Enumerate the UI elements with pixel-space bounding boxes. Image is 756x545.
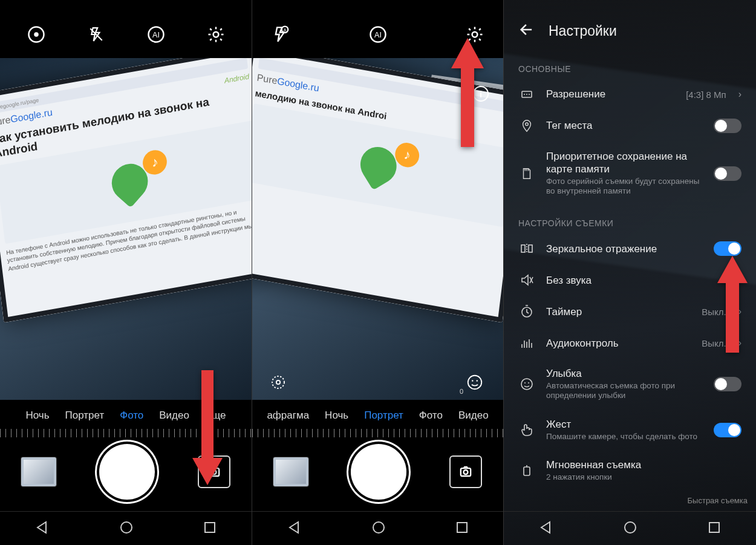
- timer-label: Таймер: [546, 305, 691, 318]
- nav-home-icon[interactable]: [623, 520, 637, 537]
- geotag-toggle[interactable]: [714, 119, 741, 133]
- nav-back-icon[interactable]: [287, 520, 302, 537]
- nav-home-icon[interactable]: [371, 520, 386, 537]
- beauty-level: 0: [460, 388, 463, 395]
- nav-recent-icon[interactable]: [203, 521, 217, 537]
- mute-label: Без звука: [546, 274, 741, 287]
- svg-point-1: [34, 32, 39, 37]
- svg-point-17: [472, 380, 474, 382]
- svg-rect-8: [205, 523, 215, 532]
- svg-point-15: [276, 380, 280, 384]
- shutter-button[interactable]: [99, 444, 155, 500]
- svg-text:A: A: [284, 28, 287, 32]
- chevron-right-icon: ›: [738, 89, 741, 100]
- sdcard-toggle[interactable]: [714, 166, 741, 181]
- annotation-arrow-3: [714, 253, 751, 358]
- svg-point-18: [477, 380, 478, 382]
- beauty-effect-icon[interactable]: 0: [466, 373, 486, 394]
- gallery-thumbnail[interactable]: [273, 457, 308, 486]
- row-sdcard[interactable]: Приоритетное сохранение на карте памяти …: [504, 142, 756, 205]
- gesture-toggle[interactable]: [714, 423, 741, 437]
- sdcard-icon: [518, 166, 535, 181]
- resolution-label: Разрешение: [546, 88, 675, 100]
- svg-point-32: [524, 382, 526, 383]
- location-icon: [518, 119, 535, 133]
- smile-subtitle: Автоматическая съемка фото при определен…: [546, 381, 703, 402]
- settings-title: Настройки: [549, 23, 617, 39]
- row-geotag[interactable]: Тег места: [504, 110, 756, 142]
- system-navbar: [252, 511, 503, 545]
- mode-aperture[interactable]: афрагма: [267, 410, 309, 422]
- svg-text:AI: AI: [152, 31, 160, 39]
- svg-point-14: [272, 376, 284, 388]
- svg-rect-34: [524, 467, 530, 475]
- svg-point-16: [468, 376, 482, 390]
- sdcard-subtitle: Фото серийной съемки будут сохранены во …: [546, 177, 703, 197]
- mode-ticks: [252, 429, 503, 437]
- resolution-value: [4:3] 8 Мп: [686, 90, 726, 100]
- section-shooting: НАСТРОЙКИ СЪЕМКИ: [504, 205, 756, 233]
- svg-point-25: [526, 94, 527, 95]
- mode-video[interactable]: Видео: [159, 410, 189, 422]
- gallery-thumbnail[interactable]: [21, 457, 56, 486]
- svg-point-27: [526, 123, 529, 126]
- camera-flip-button[interactable]: [449, 455, 482, 488]
- row-smile[interactable]: Улыбка Автоматическая съемка фото при оп…: [504, 359, 756, 410]
- audio-control-icon: [518, 336, 535, 350]
- sdcard-label: Приоритетное сохранение на карте памяти: [546, 150, 703, 176]
- nav-back-icon[interactable]: [539, 520, 553, 537]
- smile-toggle[interactable]: [714, 377, 741, 391]
- mode-night[interactable]: Ночь: [25, 410, 49, 422]
- mode-portrait[interactable]: Портрет: [65, 410, 105, 422]
- svg-point-33: [528, 382, 529, 383]
- back-arrow-icon[interactable]: [518, 21, 535, 41]
- flash-auto-icon[interactable]: A: [270, 24, 291, 45]
- svg-rect-28: [521, 245, 525, 252]
- screenshot-1-camera-photo: AI puregoogle.ru/page Android PureGoogle…: [0, 0, 252, 545]
- footer-badge: Быстрая съемка: [688, 496, 748, 505]
- ai-mode-icon[interactable]: AI: [146, 24, 166, 45]
- effects-row: 0: [252, 370, 503, 397]
- mute-icon: [518, 273, 535, 287]
- mirror-icon: [518, 241, 535, 256]
- svg-rect-29: [529, 245, 532, 252]
- svg-rect-36: [709, 523, 719, 532]
- svg-point-7: [121, 522, 132, 533]
- svg-point-35: [625, 522, 636, 533]
- gesture-label: Жест: [546, 418, 703, 431]
- nav-back-icon[interactable]: [35, 520, 50, 537]
- screenshot-3-camera-settings: Настройки ОСНОВНЫЕ Разрешение [4:3] 8 Мп…: [504, 0, 756, 545]
- geotag-label: Тег места: [546, 119, 703, 132]
- mode-video[interactable]: Видео: [458, 410, 489, 422]
- gesture-subtitle: Помашите камере, чтобы сделать фото: [546, 432, 703, 442]
- nav-home-icon[interactable]: [119, 520, 134, 537]
- bokeh-effect-icon[interactable]: [269, 373, 290, 394]
- resolution-icon: [518, 87, 535, 102]
- instant-label: Мгновенная съемка: [546, 459, 741, 471]
- laptop-webpage: puregoogle.ru/page Android PureGoogle.ru…: [0, 58, 252, 322]
- camera-top-toolbar: AI: [0, 13, 252, 56]
- timer-icon: [518, 304, 535, 319]
- system-navbar: [504, 511, 756, 545]
- mode-photo[interactable]: Фото: [120, 410, 143, 422]
- mode-photo[interactable]: Фото: [419, 410, 443, 422]
- mirror-label: Зеркальное отражение: [546, 243, 703, 255]
- svg-point-31: [521, 379, 532, 390]
- camera-viewfinder: puregoogle.ru/page Android PureGoogle.ru…: [0, 58, 252, 400]
- camera-mode-strip[interactable]: афрагма Ночь Портрет Фото Видео: [252, 402, 503, 429]
- mode-portrait[interactable]: Портрет: [364, 410, 403, 422]
- shutter-button[interactable]: [351, 444, 406, 500]
- row-gesture[interactable]: Жест Помашите камере, чтобы сделать фото: [504, 410, 756, 450]
- row-resolution[interactable]: Разрешение [4:3] 8 Мп ›: [504, 79, 756, 110]
- nav-recent-icon[interactable]: [455, 521, 469, 537]
- lens-toggle-icon[interactable]: [26, 24, 47, 45]
- shutter-row: [252, 439, 503, 505]
- ai-mode-icon[interactable]: AI: [368, 24, 388, 45]
- flash-off-icon[interactable]: [86, 24, 106, 45]
- mode-night[interactable]: Ночь: [325, 410, 348, 422]
- svg-point-20: [463, 470, 468, 474]
- row-instant[interactable]: Мгновенная съемка 2 нажатия кнопки: [504, 450, 756, 491]
- gear-icon[interactable]: [206, 24, 226, 45]
- nav-recent-icon[interactable]: [708, 521, 721, 537]
- svg-point-26: [529, 94, 530, 95]
